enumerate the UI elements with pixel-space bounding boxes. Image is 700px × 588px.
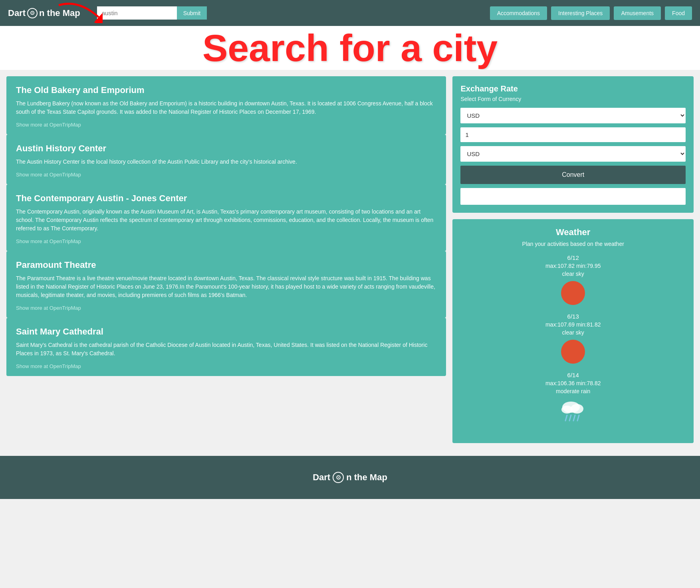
svg-line-6 bbox=[573, 415, 575, 421]
footer: Dart ⊙ n the Map bbox=[0, 456, 700, 499]
weather-condition-0: clear sky bbox=[460, 271, 686, 277]
search-form: austin Submit bbox=[97, 6, 207, 20]
place-description-2: The Contemporary Austin, originally know… bbox=[16, 208, 436, 233]
arrow-icon bbox=[55, 1, 103, 23]
weather-card: Weather Plan your activities based on th… bbox=[452, 219, 694, 443]
weather-subtitle: Plan your activities based on the weathe… bbox=[460, 241, 686, 247]
place-link-1[interactable]: Show more at OpenTripMap bbox=[16, 172, 81, 178]
weather-days-container: 6/12 max:107.82 min:79.95 clear sky 6/13… bbox=[460, 254, 686, 427]
search-overlay-text: Search for a city bbox=[202, 26, 498, 70]
interesting-places-button[interactable]: Interesting Places bbox=[551, 6, 610, 20]
logo-text-before: Dart bbox=[8, 8, 26, 18]
footer-dart-icon: ⊙ bbox=[333, 472, 344, 483]
main-container: The Old Bakery and Emporium The Lundberg… bbox=[0, 70, 700, 449]
place-link-0[interactable]: Show more at OpenTripMap bbox=[16, 122, 81, 128]
weather-title: Weather bbox=[460, 227, 686, 238]
food-button[interactable]: Food bbox=[665, 6, 692, 20]
weather-condition-1: clear sky bbox=[460, 329, 686, 336]
footer-logo: Dart ⊙ n the Map bbox=[313, 472, 387, 483]
accommodations-button[interactable]: Accommodations bbox=[490, 6, 547, 20]
weather-date-1: 6/13 bbox=[460, 313, 686, 320]
place-title-1: Austin History Center bbox=[16, 143, 436, 154]
logo-dart-icon: ⊙ bbox=[27, 8, 38, 18]
place-card-4: Saint Mary Cathedral Saint Mary's Cathed… bbox=[6, 318, 446, 376]
place-link-4[interactable]: Show more at OpenTripMap bbox=[16, 363, 81, 369]
submit-button[interactable]: Submit bbox=[177, 6, 207, 20]
svg-line-5 bbox=[569, 415, 571, 421]
place-link-3[interactable]: Show more at OpenTripMap bbox=[16, 305, 81, 311]
left-column: The Old Bakery and Emporium The Lundberg… bbox=[6, 76, 446, 443]
place-description-3: The Paramount Theatre is a live theatre … bbox=[16, 274, 436, 299]
place-link-2[interactable]: Show more at OpenTripMap bbox=[16, 238, 81, 244]
weather-condition-2: moderate rain bbox=[460, 388, 686, 394]
svg-point-3 bbox=[561, 406, 573, 414]
place-card-1: Austin History Center The Austin History… bbox=[6, 135, 446, 184]
weather-temps-0: max:107.82 min:79.95 bbox=[460, 263, 686, 269]
search-input[interactable]: austin bbox=[97, 6, 177, 20]
currency-from-select[interactable]: USD EUR GBP JPY bbox=[460, 108, 686, 123]
sun-icon-1 bbox=[561, 340, 585, 364]
place-card-3: Paramount Theatre The Paramount Theatre … bbox=[6, 251, 446, 318]
svg-line-4 bbox=[565, 415, 567, 421]
currency-title: Exchange Rate bbox=[460, 84, 686, 93]
weather-day-2: 6/14 max:106.36 min:78.82 moderate rain bbox=[460, 372, 686, 427]
footer-text-before: Dart bbox=[313, 472, 330, 483]
header: Dart ⊙ n the Map austin Submit Accommoda… bbox=[0, 0, 700, 26]
rain-icon-2 bbox=[460, 398, 686, 427]
place-card-0: The Old Bakery and Emporium The Lundberg… bbox=[6, 76, 446, 135]
currency-to-select[interactable]: USD EUR GBP JPY bbox=[460, 146, 686, 162]
place-description-1: The Austin History Center is the local h… bbox=[16, 158, 436, 166]
convert-button[interactable]: Convert bbox=[460, 166, 686, 184]
place-description-4: Saint Mary's Cathedral is the cathedral … bbox=[16, 341, 436, 358]
weather-day-1: 6/13 max:107.69 min:81.82 clear sky bbox=[460, 313, 686, 364]
place-cards-container: The Old Bakery and Emporium The Lundberg… bbox=[6, 76, 446, 376]
search-overlay-banner: Search for a city bbox=[0, 26, 700, 70]
weather-day-0: 6/12 max:107.82 min:79.95 clear sky bbox=[460, 254, 686, 305]
place-card-2: The Contemporary Austin - Jones Center T… bbox=[6, 184, 446, 251]
weather-date-0: 6/12 bbox=[460, 254, 686, 261]
currency-subtitle: Select Form of Currency bbox=[460, 96, 686, 102]
currency-card: Exchange Rate Select Form of Currency US… bbox=[452, 76, 694, 213]
weather-temps-2: max:106.36 min:78.82 bbox=[460, 380, 686, 386]
right-column: Exchange Rate Select Form of Currency US… bbox=[446, 76, 694, 443]
footer-text-after: n the Map bbox=[346, 472, 387, 483]
amusements-button[interactable]: Amusements bbox=[614, 6, 661, 20]
svg-line-7 bbox=[577, 415, 579, 421]
weather-date-2: 6/14 bbox=[460, 372, 686, 378]
place-title-3: Paramount Theatre bbox=[16, 260, 436, 270]
currency-result bbox=[460, 188, 686, 205]
place-title-2: The Contemporary Austin - Jones Center bbox=[16, 193, 436, 204]
place-title-0: The Old Bakery and Emporium bbox=[16, 85, 436, 95]
place-description-0: The Lundberg Bakery (now known as the Ol… bbox=[16, 99, 436, 116]
sun-icon-0 bbox=[561, 281, 585, 305]
nav-buttons: Accommodations Interesting Places Amusem… bbox=[490, 6, 692, 20]
weather-temps-1: max:107.69 min:81.82 bbox=[460, 321, 686, 328]
place-title-4: Saint Mary Cathedral bbox=[16, 327, 436, 337]
svg-point-2 bbox=[571, 404, 583, 414]
currency-amount-input[interactable] bbox=[460, 127, 686, 142]
